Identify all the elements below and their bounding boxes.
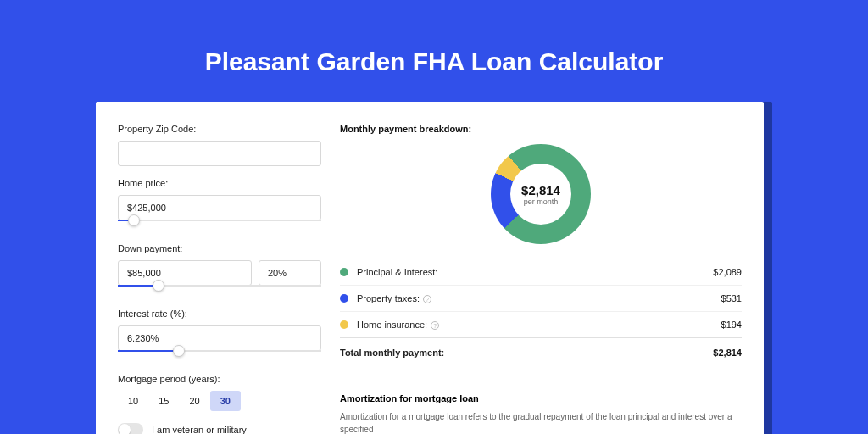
period-options: 10152030 [118, 391, 321, 411]
info-icon[interactable]: ? [431, 321, 439, 330]
donut-sub: per month [524, 198, 559, 206]
breakdown-total-row: Total monthly payment: $2,814 [340, 337, 742, 365]
breakdown-value-insurance: $194 [721, 320, 742, 330]
home-price-label: Home price: [118, 178, 321, 188]
page-title: Pleasant Garden FHA Loan Calculator [0, 47, 868, 76]
down-payment-group: Down payment: [118, 243, 321, 297]
breakdown-row-taxes: Property taxes:?$531 [340, 285, 742, 311]
period-option-30[interactable]: 30 [210, 391, 241, 411]
period-label: Mortgage period (years): [118, 374, 321, 384]
down-payment-input[interactable] [118, 260, 252, 286]
home-price-input[interactable] [118, 195, 321, 220]
principal-dot-icon [340, 268, 348, 276]
interest-group: Interest rate (%): [118, 309, 321, 362]
veteran-label: I am veteran or military [152, 425, 247, 434]
breakdown-label-insurance: Home insurance:? [357, 320, 721, 330]
donut-chart: $2,814 per month [491, 144, 591, 244]
breakdown-label-taxes: Property taxes:? [357, 293, 721, 303]
breakdown-value-principal: $2,089 [713, 267, 742, 277]
home-price-slider[interactable] [118, 220, 321, 231]
breakdown-row-insurance: Home insurance:?$194 [340, 311, 742, 337]
period-group: Mortgage period (years): 10152030 [118, 374, 321, 411]
interest-slider[interactable] [118, 350, 321, 362]
breakdown-title: Monthly payment breakdown: [340, 124, 742, 134]
insurance-dot-icon [340, 320, 348, 329]
interest-label: Interest rate (%): [118, 309, 321, 319]
breakdown-value-taxes: $531 [721, 293, 742, 303]
period-option-20[interactable]: 20 [180, 391, 210, 411]
veteran-row: I am veteran or military [118, 423, 321, 434]
home-price-group: Home price: [118, 178, 321, 231]
info-icon[interactable]: ? [423, 295, 431, 303]
donut-value: $2,814 [521, 183, 560, 198]
zip-group: Property Zip Code: [118, 124, 321, 166]
zip-label: Property Zip Code: [118, 124, 321, 134]
down-payment-label: Down payment: [118, 243, 321, 253]
down-payment-pct-input[interactable] [259, 260, 321, 286]
period-option-10[interactable]: 10 [118, 391, 148, 411]
form-panel: Property Zip Code: Home price: Down paym… [118, 124, 321, 434]
breakdown-total-value: $2,814 [713, 348, 742, 358]
breakdown-panel: Monthly payment breakdown: $2,814 per mo… [340, 124, 742, 434]
donut-wrap: $2,814 per month [340, 144, 742, 244]
down-payment-slider[interactable] [118, 285, 321, 297]
calculator-card: Property Zip Code: Home price: Down paym… [96, 102, 764, 434]
breakdown-total-label: Total monthly payment: [340, 348, 713, 358]
donut-center: $2,814 per month [510, 164, 571, 225]
zip-input[interactable] [118, 141, 321, 166]
taxes-dot-icon [340, 294, 348, 303]
veteran-toggle[interactable] [118, 423, 143, 434]
breakdown-list: Principal & Interest:$2,089Property taxe… [340, 259, 742, 337]
card-shadow: Property Zip Code: Home price: Down paym… [96, 102, 772, 434]
breakdown-label-principal: Principal & Interest: [357, 267, 713, 277]
period-option-15[interactable]: 15 [148, 391, 179, 411]
breakdown-row-principal: Principal & Interest:$2,089 [340, 259, 742, 285]
amortization-section: Amortization for mortgage loan Amortizat… [340, 381, 742, 434]
interest-input[interactable] [118, 326, 321, 351]
amortization-text: Amortization for a mortgage loan refers … [340, 410, 742, 434]
amortization-title: Amortization for mortgage loan [340, 393, 742, 403]
toggle-knob [119, 424, 131, 434]
